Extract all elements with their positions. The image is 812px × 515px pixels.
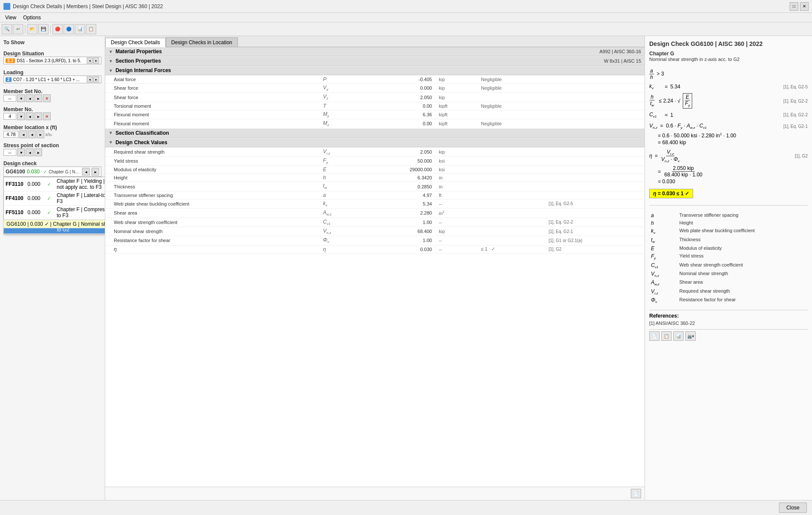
ds-next[interactable]: ▸	[93, 58, 99, 64]
force-note-3: Negligible	[477, 102, 545, 110]
dcv-name-9: Nominal shear strength	[105, 227, 319, 236]
table-row: Flexural moment Mz 0.00 kipft Negligible	[105, 119, 645, 128]
menu-options[interactable]: Options	[20, 14, 44, 21]
material-properties-header[interactable]: ▼ Material Properties A992 | AISC 360-16	[105, 47, 645, 56]
chart-btn[interactable]: 📊	[75, 24, 85, 34]
loc-prev[interactable]: ◂	[28, 130, 36, 138]
maximize-btn[interactable]: □	[790, 2, 798, 11]
rp-btn-0[interactable]: 📄	[649, 331, 660, 341]
cv1-ref: [1], Eq. G2-2	[783, 112, 808, 117]
ms-down[interactable]: ▾	[17, 94, 25, 102]
dropdown-item-ff3110[interactable]: FF3110 0.000 ✓ Chapter F | Yielding | Be…	[4, 177, 105, 191]
legend-desc-10: Resistance factor for shear	[678, 296, 808, 305]
close-button[interactable]: Close	[779, 503, 807, 513]
forces-header[interactable]: ▼ Design Internal Forces	[105, 66, 645, 75]
force-sym-0: P	[319, 76, 362, 84]
open-btn[interactable]: 📂	[27, 24, 37, 34]
legend-sym-10: Φv	[649, 296, 678, 305]
rp-btn-3[interactable]: 🖨️▾	[685, 331, 696, 341]
vn-step2-line: = 68.400 kip	[649, 139, 808, 145]
dc-prev[interactable]: ◂	[82, 168, 90, 176]
table-row: Transverse stiffener spacing a 4.97 ft	[105, 191, 645, 199]
loading-prev[interactable]: ◂	[87, 76, 93, 82]
dcv-unit-6: --	[435, 199, 477, 208]
dcv-val-5: 4.97	[362, 191, 435, 199]
eta-ref: [1], G2	[795, 154, 808, 158]
legend-row-2: kv Web plate shear buckling coefficient	[649, 227, 808, 236]
design-check-combo[interactable]: GG6100 0.030 ✓ Chapter G | Nomi... ◂ ▸	[3, 167, 101, 177]
table-row: Shear force Vy 0.000 kip Negligible	[105, 84, 645, 93]
design-check-label: Design check	[3, 161, 101, 167]
ds-prev[interactable]: ◂	[87, 58, 93, 64]
formula-ah: a h > 3	[649, 68, 664, 80]
stress-point-section: Stress point of section -- ▾ ◂ ▸	[3, 141, 101, 156]
loc-unit[interactable]: ◂	[19, 130, 27, 138]
dcv-val-9: 68.400	[362, 227, 435, 236]
force-ref-2	[545, 93, 645, 102]
dcv-unit-10: --	[435, 236, 477, 245]
dcv-ref-4	[545, 182, 645, 191]
result-box: η = 0.030 ≤ 1 ✓	[649, 189, 693, 198]
ddi-code-2: FF5110	[6, 209, 25, 215]
check-values-header-row: ▼ Design Check Values	[105, 138, 645, 147]
dcv-name-8: Web shear strength coefficient	[105, 218, 319, 227]
member-set-section: Member Set No. -- ▾ ◂ ▸ ✕	[3, 87, 101, 102]
dc-next[interactable]: ▸	[91, 168, 99, 176]
location-title: Member location x (ft)	[3, 124, 101, 130]
classification-header[interactable]: ▼ Section Classification	[105, 129, 645, 138]
export-btn[interactable]: 📄	[631, 489, 641, 498]
dcv-sym-5: a	[319, 191, 362, 199]
undo-btn[interactable]: ↩	[13, 24, 23, 34]
loading-combo[interactable]: 2 CO7 - 1.20 * LC1 + 1.60 * LC3 + ... ◂ …	[3, 76, 101, 83]
force-sym-1: Vy	[319, 84, 362, 93]
rp-btn-1[interactable]: 📋	[661, 331, 672, 341]
dcv-val-11: 0.030	[362, 245, 435, 253]
dropdown-item-ff5110[interactable]: FF5110 0.000 ✓ Chapter F | Compression f…	[4, 206, 105, 220]
check-values-expand-icon: ▼	[109, 140, 113, 145]
dc-value: 0.030	[27, 169, 42, 175]
mn-prev[interactable]: ◂	[26, 112, 33, 120]
sp-prev[interactable]: ◂	[26, 148, 33, 156]
check-values-header[interactable]: ▼ Design Check Values	[105, 138, 645, 147]
mn-next[interactable]: ▸	[34, 112, 42, 120]
sp-next[interactable]: ▸	[34, 148, 42, 156]
ddi-check-0: ✓	[47, 182, 54, 187]
search-btn[interactable]: 🔍	[2, 24, 12, 34]
rp-footer: 📄 📋 📊 🖨️▾	[649, 329, 808, 342]
sp-down[interactable]: ▾	[17, 148, 25, 156]
dcv-note-3	[477, 174, 545, 182]
dropdown-item-ff4100[interactable]: FF4100 0.000 ✓ Chapter F | Lateral-torsi…	[4, 191, 105, 206]
mn-down[interactable]: ▾	[17, 112, 25, 120]
loading-next[interactable]: ▸	[93, 76, 99, 82]
ms-prev[interactable]: ◂	[26, 94, 33, 102]
legend-row-4: E Modulus of elasticity	[649, 245, 808, 252]
dcv-ref-6: [1], Eq. G2-5	[545, 199, 645, 208]
mn-clear[interactable]: ✕	[43, 112, 51, 120]
blue-btn[interactable]: 🔵	[64, 24, 74, 34]
tab-design-check-details[interactable]: Design Check Details	[105, 38, 166, 47]
section-properties-header[interactable]: ▼ Section Properties W 8x31 | AISC 15	[105, 57, 645, 66]
dcv-unit-3: in	[435, 174, 477, 182]
dcv-note-8	[477, 218, 545, 227]
ms-clear[interactable]: ✕	[43, 94, 51, 102]
save-btn[interactable]: 💾	[38, 24, 49, 34]
ms-next[interactable]: ▸	[34, 94, 42, 102]
window-controls: □ ✕	[790, 2, 809, 11]
loc-next[interactable]: ▸	[36, 130, 44, 138]
force-ref-3	[545, 102, 645, 110]
table-btn[interactable]: 📋	[86, 24, 96, 34]
tab-design-checks-in-location[interactable]: Design Checks in Location	[166, 37, 238, 47]
design-situation-combo[interactable]: 2.3 DS1 - Section 2.3 (LRFD), 1. to 5. ◂…	[3, 57, 101, 64]
dcv-ref-1	[545, 156, 645, 165]
dcv-note-1	[477, 156, 545, 165]
red-btn[interactable]: 🔴	[52, 24, 63, 34]
dcv-unit-2: ksi	[435, 166, 477, 174]
dcv-val-10: 1.00	[362, 236, 435, 245]
rp-btn-2[interactable]: 📊	[673, 331, 684, 341]
menu-view[interactable]: View	[2, 14, 20, 21]
close-btn[interactable]: ✕	[800, 2, 809, 11]
force-unit-2: kip	[435, 93, 477, 102]
dcv-sym-11: η	[319, 245, 362, 253]
vn-section: Vn,z = 0.6 · Fy · Aw,z · Cv1 [1], Eq. G2…	[649, 122, 808, 145]
formula-kv: kv = 5.34 [1], Eq. G2-5	[649, 82, 808, 91]
